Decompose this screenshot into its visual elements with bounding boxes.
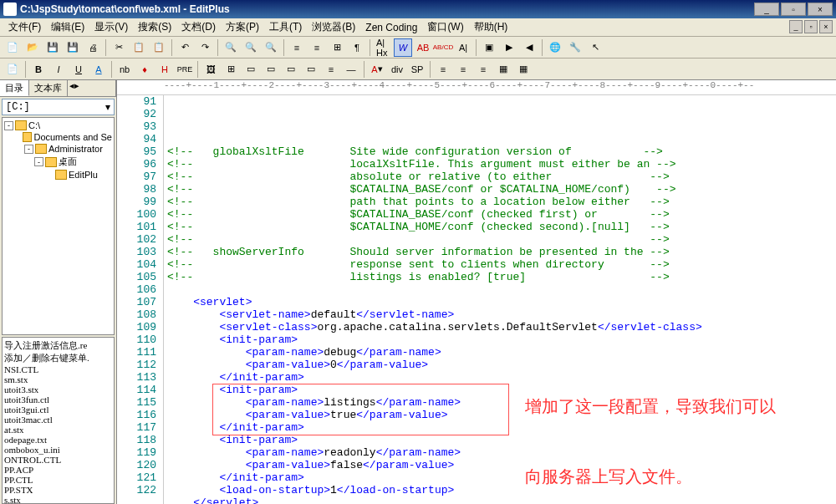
menu-browser[interactable]: 浏览器(B) bbox=[307, 18, 360, 36]
close-button[interactable]: × bbox=[808, 3, 833, 16]
align-left-icon[interactable]: ≡ bbox=[434, 60, 452, 79]
tab-more[interactable]: ◂▸ bbox=[68, 80, 116, 96]
textarea-icon[interactable]: ▭ bbox=[302, 60, 320, 79]
mdi-restore[interactable]: ▫ bbox=[804, 20, 818, 33]
select-icon[interactable]: ▭ bbox=[282, 60, 300, 79]
file-item[interactable]: utoit3.stx bbox=[4, 384, 112, 395]
tree-item[interactable]: -C:\ bbox=[4, 120, 112, 131]
paste-icon[interactable]: 📋 bbox=[150, 38, 168, 57]
browser-icon[interactable]: 🌐 bbox=[546, 38, 564, 57]
mdi-close[interactable]: × bbox=[819, 20, 833, 33]
pointer-icon[interactable]: ↖ bbox=[586, 38, 604, 57]
code-line[interactable]: <!-- absolute or relative (to either --> bbox=[167, 171, 836, 183]
heading-button[interactable]: H bbox=[155, 60, 174, 79]
open-file-icon[interactable]: 📂 bbox=[23, 38, 42, 57]
save-all-icon[interactable]: 💾 bbox=[64, 38, 82, 57]
file-item[interactable]: PP.ACP bbox=[4, 465, 112, 475]
prev-bookmark-icon[interactable]: ◀ bbox=[520, 38, 538, 57]
file-item[interactable]: utoit3mac.ctl bbox=[4, 415, 112, 425]
align-right-icon[interactable]: ≡ bbox=[474, 60, 492, 79]
image-icon[interactable]: 🖼 bbox=[201, 60, 220, 79]
find-icon[interactable]: 🔍 bbox=[222, 38, 240, 57]
code-line[interactable]: <servlet-class>org.apache.catalina.servl… bbox=[167, 321, 836, 333]
menu-window[interactable]: 窗口(W) bbox=[422, 18, 468, 36]
file-item[interactable]: PP.CTL bbox=[4, 475, 112, 485]
code-line[interactable]: <!-- localXsltFile. This argument must e… bbox=[167, 158, 836, 171]
file-item[interactable]: 添加／删除右键菜单. bbox=[4, 352, 112, 364]
menu-zen[interactable]: Zen Coding bbox=[360, 20, 422, 35]
whitespace-icon[interactable]: ¶ bbox=[348, 38, 366, 57]
menu-help[interactable]: 帮助(H) bbox=[469, 18, 513, 36]
column-icon[interactable]: ⊞ bbox=[328, 38, 346, 57]
file-item[interactable]: utoit3gui.ctl bbox=[4, 405, 112, 415]
compare-icon[interactable]: AB/CD bbox=[434, 38, 452, 57]
div-button[interactable]: div bbox=[388, 60, 406, 79]
hex-icon[interactable]: A| Hx bbox=[374, 38, 392, 57]
copy-icon[interactable]: 📋 bbox=[130, 38, 148, 57]
menu-view[interactable]: 显示(V) bbox=[89, 18, 133, 36]
replace-icon[interactable]: 🔍 bbox=[242, 38, 260, 57]
save-icon[interactable]: 💾 bbox=[43, 38, 62, 57]
code-line[interactable]: <!-- $CATALINA_BASE/conf (checked first)… bbox=[167, 208, 836, 221]
file-item[interactable]: odepage.txt bbox=[4, 435, 112, 445]
tree-item[interactable]: -桌面 bbox=[4, 155, 112, 169]
file-list[interactable]: 导入注册激活信息.re添加／删除右键菜单.NSI.CTLsm.stxutoit3… bbox=[2, 337, 115, 504]
undo-icon[interactable]: ↶ bbox=[176, 38, 194, 57]
word-wrap-icon[interactable]: W bbox=[394, 38, 412, 57]
hr-icon[interactable]: — bbox=[342, 60, 360, 79]
code-line[interactable]: <init-param> bbox=[167, 333, 836, 346]
tree-item[interactable]: -Administrator bbox=[4, 143, 112, 155]
list-icon[interactable]: ≡ bbox=[322, 60, 340, 79]
file-item[interactable]: ombobox_u.ini bbox=[4, 445, 112, 455]
wrap-icon[interactable]: ≡ bbox=[288, 38, 306, 57]
span-button[interactable]: SP bbox=[408, 60, 426, 79]
form-icon[interactable]: ▭ bbox=[242, 60, 260, 79]
bookmark-icon[interactable]: ▣ bbox=[480, 38, 498, 57]
tree-item[interactable]: EditPlu bbox=[4, 169, 112, 181]
redo-icon[interactable]: ↷ bbox=[196, 38, 214, 57]
find-next-icon[interactable]: 🔍 bbox=[262, 38, 280, 57]
table-icon[interactable]: ⊞ bbox=[222, 60, 240, 79]
code-line[interactable]: <!-- globalXsltFile Site wide configurat… bbox=[167, 145, 836, 158]
file-item[interactable]: ONTROL.CTL bbox=[4, 455, 112, 465]
menu-document[interactable]: 文档(D) bbox=[176, 18, 221, 36]
insert-icon[interactable]: A| bbox=[454, 38, 472, 57]
code-line[interactable] bbox=[167, 283, 836, 296]
file-item[interactable]: at.stx bbox=[4, 425, 112, 435]
drive-combo[interactable]: [C:] ▾ bbox=[2, 99, 115, 115]
tab-directory[interactable]: 目录 bbox=[0, 80, 29, 96]
code-area[interactable]: 9192939495969798991001011021031041051061… bbox=[117, 95, 836, 504]
symbol-button[interactable]: ♦ bbox=[135, 60, 154, 79]
grid-icon[interactable]: ▦ bbox=[514, 60, 533, 79]
mdi-minimize[interactable]: _ bbox=[789, 20, 803, 33]
block-icon[interactable]: ▦ bbox=[494, 60, 512, 79]
nbsp-button[interactable]: nb bbox=[115, 60, 134, 79]
underline-button[interactable]: U bbox=[69, 60, 88, 79]
file-item[interactable]: 导入注册激活信息.re bbox=[4, 339, 112, 352]
new-file-icon[interactable]: 📄 bbox=[3, 38, 22, 57]
file-item[interactable]: PP.STX bbox=[4, 485, 112, 495]
anchor-button[interactable]: A bbox=[89, 60, 108, 79]
next-bookmark-icon[interactable]: ▶ bbox=[500, 38, 518, 57]
page-icon[interactable]: 📄 bbox=[3, 60, 22, 79]
font-color-icon[interactable]: A▾ bbox=[368, 60, 386, 79]
code-line[interactable]: <!-- listings is enabled? [true] --> bbox=[167, 271, 836, 283]
tree-item[interactable]: Documents and Se bbox=[4, 131, 112, 143]
file-item[interactable]: sm.stx bbox=[4, 374, 112, 384]
code-line[interactable]: <!-- $CATALINA_HOME/conf (checked second… bbox=[167, 221, 836, 233]
italic-button[interactable]: I bbox=[49, 60, 68, 79]
code-line[interactable]: <!-- --> bbox=[167, 233, 836, 246]
code-line[interactable]: <servlet> bbox=[167, 296, 836, 308]
menu-project[interactable]: 方案(P) bbox=[221, 18, 264, 36]
code-line[interactable]: <!-- showServerInfo Should server inform… bbox=[167, 246, 836, 258]
menu-search[interactable]: 搜索(S) bbox=[133, 18, 176, 36]
input-icon[interactable]: ▭ bbox=[262, 60, 280, 79]
pre-button[interactable]: PRE bbox=[176, 60, 194, 79]
code-lines[interactable]: 增加了这一段配置，导致我们可以 向服务器上写入文件。 <!-- globalXs… bbox=[164, 95, 836, 504]
file-item[interactable]: s.stx bbox=[4, 495, 112, 504]
print-icon[interactable]: 🖨 bbox=[84, 38, 102, 57]
align-center-icon[interactable]: ≡ bbox=[454, 60, 472, 79]
code-line[interactable]: <!-- path that points to a location belo… bbox=[167, 196, 836, 208]
cut-icon[interactable]: ✂ bbox=[110, 38, 128, 57]
menu-edit[interactable]: 编辑(E) bbox=[46, 18, 89, 36]
